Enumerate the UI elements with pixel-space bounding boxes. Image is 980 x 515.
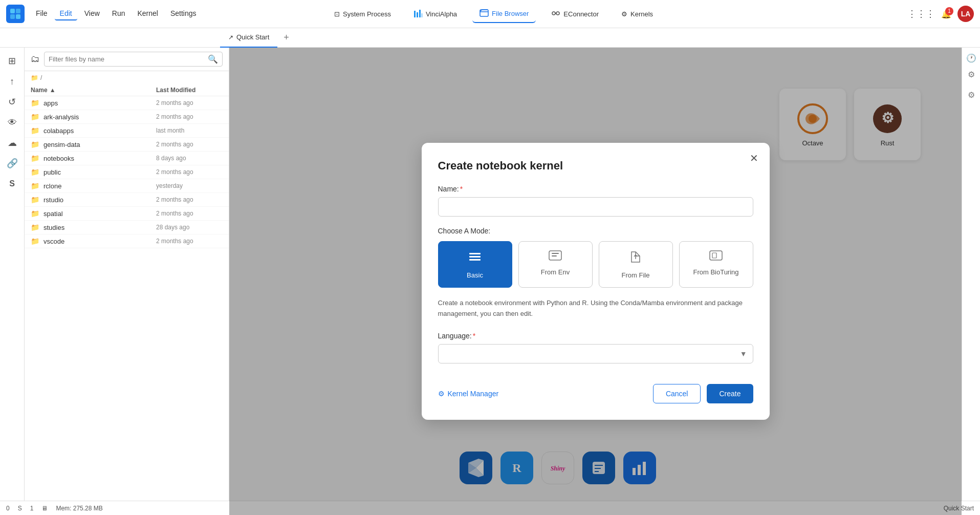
- list-item[interactable]: 📁 studies 28 days ago: [25, 221, 229, 234]
- svg-rect-31: [710, 251, 722, 260]
- file-browser-button[interactable]: File Browser: [472, 5, 536, 23]
- svg-rect-4: [414, 11, 416, 17]
- list-item[interactable]: 📁 public 2 months ago: [25, 165, 229, 179]
- svg-rect-27: [469, 259, 481, 261]
- sidebar-view-icon[interactable]: 👁: [3, 113, 21, 132]
- app-logo: [6, 5, 25, 23]
- list-item[interactable]: 📁 rstudio 2 months ago: [25, 193, 229, 207]
- menu-view[interactable]: View: [79, 7, 105, 20]
- menu-run[interactable]: Run: [107, 7, 130, 20]
- kernels-button[interactable]: ⚙ Kernels: [614, 7, 660, 21]
- file-browser-label: File Browser: [492, 10, 529, 17]
- system-process-button[interactable]: ⊡ System Process: [327, 7, 398, 21]
- modal-close-button[interactable]: ✕: [747, 151, 761, 165]
- search-bar[interactable]: 🔍: [44, 52, 223, 67]
- file-name: gensim-data: [43, 141, 156, 148]
- file-browser-panel: 🗂 🔍 📁 / Name ▲ Last Modified 📁 apps 2 mo…: [25, 48, 229, 515]
- menu-settings[interactable]: Settings: [165, 7, 202, 20]
- modal-footer: ⚙ Kernel Manager Cancel Create: [438, 384, 753, 403]
- column-name[interactable]: Name ▲: [31, 87, 156, 94]
- top-bar-right: ⋮⋮⋮ 🔔 1 LA: [907, 6, 974, 22]
- file-modified: last month: [156, 127, 223, 134]
- list-item[interactable]: 📁 apps 2 months ago: [25, 96, 229, 110]
- create-button[interactable]: Create: [707, 384, 753, 403]
- list-item[interactable]: 📁 rclone yesterday: [25, 179, 229, 193]
- language-select-wrapper: ▼: [438, 344, 753, 363]
- list-item[interactable]: 📁 notebooks 8 days ago: [25, 152, 229, 165]
- kernel-manager-link[interactable]: ⚙ Kernel Manager: [438, 390, 499, 398]
- file-modified: 28 days ago: [156, 224, 223, 231]
- file-modified: 2 months ago: [156, 238, 223, 245]
- mode-from-env[interactable]: From Env: [518, 241, 593, 288]
- svg-rect-25: [469, 253, 481, 254]
- svg-point-9: [552, 12, 555, 15]
- file-name: notebooks: [43, 155, 156, 162]
- vincialpha-button[interactable]: VinciAlpha: [406, 6, 464, 23]
- mode-from-bioturing[interactable]: From BioTuring: [679, 241, 753, 288]
- settings-icon[interactable]: ⚙: [965, 68, 977, 80]
- modal-actions: Cancel Create: [653, 384, 753, 403]
- top-bar-center: ⊡ System Process VinciAlpha File Browser…: [327, 5, 660, 23]
- name-input[interactable]: [438, 197, 753, 217]
- settings-icon-2[interactable]: ⚙: [965, 89, 977, 101]
- name-label: Name:*: [438, 185, 753, 193]
- column-modified[interactable]: Last Modified: [156, 87, 223, 94]
- from-env-label: From Env: [541, 268, 570, 276]
- sidebar-refresh-icon[interactable]: ↺: [3, 93, 21, 111]
- add-tab-button[interactable]: +: [277, 32, 295, 43]
- mode-from-file[interactable]: From File: [599, 241, 673, 288]
- notification-badge: 1: [945, 7, 953, 15]
- terminal-icon: S: [18, 505, 22, 512]
- svg-rect-26: [469, 256, 481, 258]
- folder-icon[interactable]: 🗂: [31, 54, 40, 65]
- memory-status: Mem: 275.28 MB: [56, 505, 102, 512]
- svg-rect-30: [552, 255, 557, 256]
- quick-start-icon: ↗: [228, 34, 233, 41]
- content-area: Octave ⚙ Rust: [229, 48, 962, 515]
- list-item[interactable]: 📁 ark-analysis 2 months ago: [25, 110, 229, 124]
- cancel-button[interactable]: Cancel: [653, 384, 701, 403]
- sidebar-cloud-icon[interactable]: ☁: [3, 134, 21, 152]
- kernel-manager-label: Kernel Manager: [448, 390, 499, 398]
- tab-quick-start-label: Quick Start: [236, 33, 269, 41]
- vincialpha-icon: [413, 9, 423, 19]
- language-select[interactable]: [438, 344, 753, 363]
- sort-icon: ▲: [50, 87, 56, 94]
- gear-icon: ⚙: [438, 390, 445, 398]
- user-avatar[interactable]: LA: [957, 6, 974, 22]
- folder-icon: 📁: [31, 126, 39, 135]
- sidebar-link-icon[interactable]: 🔗: [3, 154, 21, 173]
- sidebar-s-icon[interactable]: S: [3, 175, 21, 193]
- list-item[interactable]: 📁 gensim-data 2 months ago: [25, 138, 229, 152]
- folder-icon: 📁: [31, 99, 39, 107]
- lang-required-indicator: *: [473, 332, 475, 340]
- menu-edit[interactable]: Edit: [55, 7, 77, 20]
- clock-icon[interactable]: 🕐: [965, 52, 977, 64]
- tab-quick-start[interactable]: ↗ Quick Start: [220, 28, 277, 48]
- file-name: vscode: [43, 238, 156, 245]
- folder-icon: 📁: [31, 182, 39, 190]
- file-list-header: Name ▲ Last Modified: [25, 84, 229, 96]
- right-sidebar: 🕐 ⚙ ⚙: [962, 48, 980, 515]
- file-modified: 2 months ago: [156, 113, 223, 120]
- search-input[interactable]: [49, 55, 205, 63]
- sidebar-upload-icon[interactable]: ↑: [3, 72, 21, 91]
- econnector-button[interactable]: EConnector: [544, 6, 606, 23]
- sidebar-grid-icon[interactable]: ⊞: [3, 52, 21, 70]
- list-item[interactable]: 📁 colabapps last month: [25, 124, 229, 138]
- list-item[interactable]: 📁 vscode 2 months ago: [25, 234, 229, 248]
- svg-rect-1: [16, 9, 20, 13]
- file-modified: 2 months ago: [156, 99, 223, 106]
- mode-basic[interactable]: Basic: [438, 241, 512, 288]
- svg-rect-6: [419, 10, 421, 17]
- system-process-icon: ⊡: [334, 10, 340, 18]
- breadcrumb: 📁 /: [25, 71, 229, 84]
- list-item[interactable]: 📁 spatial 2 months ago: [25, 207, 229, 221]
- file-icon: [628, 250, 643, 267]
- file-name: studies: [43, 224, 156, 231]
- icon-sidebar: ⊞ ↑ ↺ 👁 ☁ 🔗 S IP: [0, 48, 25, 515]
- grid-icon[interactable]: ⋮⋮⋮: [907, 8, 935, 19]
- menu-file[interactable]: File: [31, 7, 53, 20]
- notification-button[interactable]: 🔔 1: [941, 9, 951, 19]
- menu-kernel[interactable]: Kernel: [132, 7, 163, 20]
